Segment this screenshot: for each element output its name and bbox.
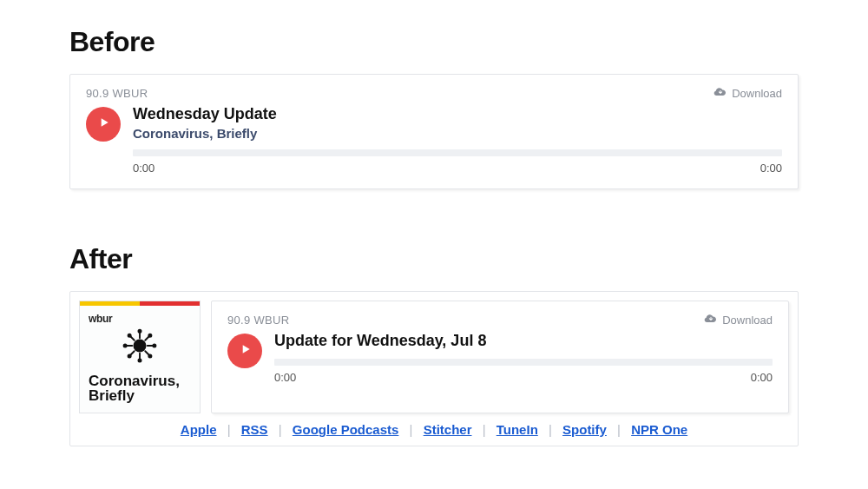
time-total: 0:00 xyxy=(751,371,773,384)
artwork-title: Coronavirus, Briefly xyxy=(89,373,191,405)
play-button[interactable] xyxy=(227,334,262,368)
section-heading-before: Before xyxy=(69,26,799,58)
episode-subtitle[interactable]: Coronavirus, Briefly xyxy=(133,126,782,141)
station-label: 90.9 WBUR xyxy=(227,314,289,327)
separator: | xyxy=(220,422,238,437)
svg-point-4 xyxy=(138,359,141,361)
separator: | xyxy=(542,422,559,437)
virus-icon xyxy=(122,328,157,367)
subscribe-link-apple[interactable]: Apple xyxy=(181,422,217,437)
subscribe-link-npr-one[interactable]: NPR One xyxy=(631,422,687,437)
separator: | xyxy=(403,422,420,437)
download-icon xyxy=(713,85,727,102)
subscribe-links: Apple | RSS | Google Podcasts | Stitcher… xyxy=(79,422,789,437)
svg-point-16 xyxy=(128,354,131,357)
after-container: wbur xyxy=(69,291,799,447)
svg-point-0 xyxy=(134,339,147,352)
download-button[interactable]: Download xyxy=(713,85,782,102)
svg-point-14 xyxy=(148,334,151,336)
separator: | xyxy=(610,422,628,437)
player-card-after: 90.9 WBUR Download xyxy=(211,301,789,414)
separator: | xyxy=(476,422,493,437)
episode-title: Update for Wednesday, Jul 8 xyxy=(274,332,773,351)
time-total: 0:00 xyxy=(760,162,782,175)
station-label: 90.9 WBUR xyxy=(86,87,148,100)
download-label: Download xyxy=(732,87,782,100)
separator: | xyxy=(272,422,289,437)
svg-point-6 xyxy=(124,344,127,347)
subscribe-link-rss[interactable]: RSS xyxy=(241,422,268,437)
subscribe-link-spotify[interactable]: Spotify xyxy=(562,422,607,437)
player-card-before: 90.9 WBUR Download Wednesday Update Coro… xyxy=(69,74,799,189)
podcast-artwork[interactable]: wbur xyxy=(79,301,201,414)
play-icon xyxy=(95,116,111,133)
section-heading-after: After xyxy=(69,243,799,275)
progress-bar[interactable] xyxy=(133,149,782,156)
subscribe-link-stitcher[interactable]: Stitcher xyxy=(424,422,472,437)
svg-point-10 xyxy=(128,334,131,336)
episode-title: Wednesday Update xyxy=(133,105,782,124)
download-label: Download xyxy=(722,314,773,327)
svg-point-2 xyxy=(138,329,141,332)
time-elapsed: 0:00 xyxy=(274,371,296,384)
download-icon xyxy=(704,312,718,328)
svg-point-12 xyxy=(148,354,151,357)
time-elapsed: 0:00 xyxy=(133,162,155,175)
subscribe-link-tunein[interactable]: TuneIn xyxy=(496,422,538,437)
play-icon xyxy=(237,342,253,360)
play-button[interactable] xyxy=(86,107,121,142)
artwork-brand: wbur xyxy=(89,313,191,325)
subscribe-link-google-podcasts[interactable]: Google Podcasts xyxy=(293,422,399,437)
download-button[interactable]: Download xyxy=(704,312,773,328)
progress-bar[interactable] xyxy=(274,359,773,366)
svg-point-8 xyxy=(153,344,155,347)
